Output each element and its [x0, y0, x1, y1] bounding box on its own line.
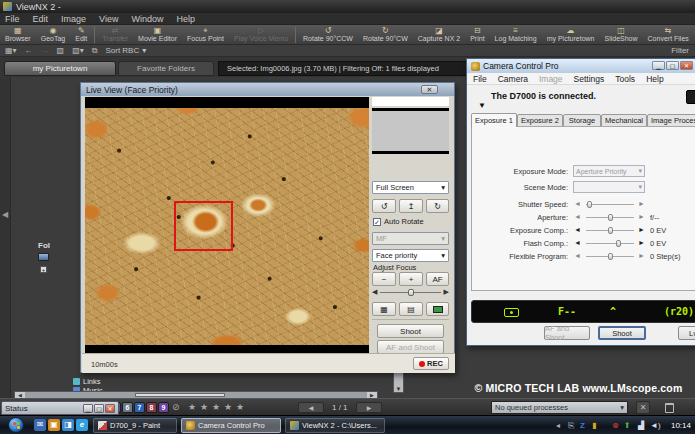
af-button[interactable]: AF — [426, 272, 449, 286]
movie-editor-button[interactable]: ▣Movie Editor — [133, 25, 182, 45]
slider-track[interactable] — [586, 217, 634, 218]
minimize-button[interactable]: ▁ — [83, 404, 93, 413]
trash-icon[interactable] — [665, 403, 674, 413]
log-matching-button[interactable]: ≡Log Matching — [490, 25, 542, 45]
scene-mode-select[interactable]: ▾ — [573, 181, 645, 193]
my-picturetown-button[interactable]: ☁my Picturetown — [542, 25, 600, 45]
maximize-button[interactable]: ▢ — [94, 404, 104, 413]
taskbar-button-viewnx[interactable]: ViewNX 2 - C:\Users... — [285, 418, 385, 433]
media-icon[interactable]: ◨ — [62, 419, 74, 431]
slider-thumb[interactable] — [608, 227, 613, 234]
focus-slider[interactable]: ◀ ▶ — [372, 288, 449, 297]
lv-button[interactable]: Lv — [678, 326, 695, 340]
liveview-titlebar[interactable]: Live View (Face Priority) — [81, 83, 454, 96]
camera-display-button[interactable] — [686, 90, 695, 104]
rotate-ccw-button[interactable]: ↺ — [372, 199, 396, 213]
show-hidden-icons-icon[interactable]: ◂ — [556, 421, 560, 430]
transfer-button[interactable]: ⇄Transfer — [97, 25, 133, 45]
af-area-mode-select[interactable]: Face priority▾ — [372, 249, 449, 262]
rotate-reset-button[interactable]: ↥ — [399, 199, 423, 213]
focus-point-button[interactable]: ⌖Focus Point — [182, 25, 229, 45]
slider-thumb[interactable] — [616, 240, 621, 247]
record-button[interactable]: REC — [413, 357, 449, 370]
menu-view[interactable]: View — [99, 14, 118, 24]
copy-icon[interactable]: ⧉ — [92, 46, 98, 56]
increase-icon[interactable]: ► — [638, 252, 645, 259]
increase-icon[interactable]: ► — [638, 226, 645, 233]
tree-expander-icon[interactable]: + — [40, 266, 47, 273]
decrease-icon[interactable]: ◄ — [574, 200, 581, 207]
next-page-button[interactable]: ▶ — [356, 402, 382, 413]
shoot-button[interactable]: Shoot — [598, 326, 646, 340]
image-view-menu-icon[interactable]: ▧▾ — [72, 46, 84, 55]
menu-file[interactable]: File — [5, 14, 20, 24]
sort-dropdown[interactable]: Sort RBC▾ — [105, 46, 146, 55]
rotate-cw-button[interactable]: ↻ — [426, 199, 449, 213]
taskbar-button-paint[interactable]: D700_9 - Paint — [93, 418, 177, 433]
menu-file[interactable]: File — [473, 74, 487, 84]
minimize-button[interactable]: ▁ — [652, 61, 665, 70]
star-icon[interactable]: ★ — [212, 402, 220, 412]
taskbar-button-camera-control-pro[interactable]: Camera Control Pro — [181, 418, 281, 433]
panel-collapse-icon[interactable]: ◀ — [2, 210, 8, 219]
display-mode-select[interactable]: Full Screen▾ — [372, 181, 449, 194]
network-icon[interactable]: ▟ — [638, 421, 644, 430]
decrease-icon[interactable]: ◄ — [574, 226, 581, 233]
star-icon[interactable]: ★ — [200, 402, 208, 412]
menu-edit[interactable]: Edit — [33, 14, 49, 24]
menu-window[interactable]: Window — [131, 14, 163, 24]
geotag-button[interactable]: ◉GeoTag — [36, 25, 71, 45]
menu-tools[interactable]: Tools — [615, 74, 635, 84]
slider-thumb[interactable] — [608, 214, 613, 221]
filter-label[interactable]: Filter — [671, 46, 689, 55]
checkbox-checked-icon[interactable]: ✓ — [373, 218, 381, 226]
start-button[interactable] — [8, 417, 24, 433]
monitor-output-button[interactable] — [426, 302, 449, 316]
close-icon[interactable]: ✕ — [421, 85, 438, 94]
image-view-icon[interactable]: ▧ — [57, 46, 65, 55]
internet-explorer-icon[interactable]: e — [76, 419, 88, 431]
slider-track[interactable] — [586, 256, 634, 257]
previous-page-button[interactable]: ◀ — [298, 402, 324, 413]
tray-alert-icon[interactable]: ⊗ — [612, 421, 619, 430]
maximize-button[interactable]: ▢ — [666, 61, 679, 70]
label-chip-8[interactable]: 8 — [146, 402, 157, 413]
slider-thumb[interactable] — [587, 201, 592, 208]
menu-help[interactable]: Help — [176, 14, 195, 24]
back-icon[interactable]: ← — [25, 46, 33, 55]
slider-track[interactable] — [586, 204, 634, 205]
slider-left-icon[interactable]: ◀ — [372, 288, 377, 296]
increase-icon[interactable]: ► — [638, 239, 645, 246]
mail-icon[interactable]: ✉ — [34, 419, 46, 431]
rotate-ccw-button[interactable]: ↺Rotate 90°CCW — [298, 25, 358, 45]
focus-mode-select[interactable]: MF▾ — [372, 232, 449, 245]
tab-my-picturetown[interactable]: my Picturetown — [4, 61, 116, 76]
edit-button[interactable]: ✎Edit — [70, 25, 92, 45]
queue-status-dropdown[interactable]: No queued processes▾ — [491, 401, 628, 414]
capture-nx2-button[interactable]: ◪Capture NX 2 — [413, 25, 465, 45]
increase-icon[interactable]: ► — [638, 200, 645, 207]
decrease-icon[interactable]: ◄ — [574, 239, 581, 246]
play-voice-memo-button[interactable]: ▷Play Voice Memo — [229, 25, 293, 45]
browser-button[interactable]: ▦Browser — [0, 25, 36, 45]
tray-z-icon[interactable]: Z — [580, 421, 585, 430]
tab-favorite-folders[interactable]: Favorite Folders — [118, 61, 214, 76]
label-chip-7[interactable]: 7 — [134, 402, 145, 413]
menu-help[interactable]: Help — [646, 74, 663, 84]
tree-item-links[interactable]: Links — [73, 377, 101, 386]
af-and-shoot-button[interactable]: AF and Shoot — [377, 340, 444, 354]
decrease-icon[interactable]: ◄ — [574, 213, 581, 220]
slider-thumb[interactable] — [408, 289, 414, 296]
no-rating-icon[interactable]: ⊘ — [172, 402, 180, 412]
exposure-mode-select[interactable]: Aperture Priority▾ — [573, 165, 645, 177]
focus-minus-button[interactable]: − — [372, 272, 396, 286]
collapse-triangle-icon[interactable]: ▼ — [478, 101, 486, 110]
star-icon[interactable]: ★ — [188, 402, 196, 412]
close-button[interactable]: ✕ — [105, 404, 115, 413]
convert-files-button[interactable]: ⇆Convert Files — [643, 25, 694, 45]
slider-right-icon[interactable]: ▶ — [444, 288, 449, 296]
menu-settings[interactable]: Settings — [574, 74, 605, 84]
tray-update-icon[interactable]: ⬆ — [624, 421, 631, 430]
shoot-button[interactable]: Shoot — [377, 324, 444, 338]
menu-image[interactable]: Image — [539, 74, 563, 84]
